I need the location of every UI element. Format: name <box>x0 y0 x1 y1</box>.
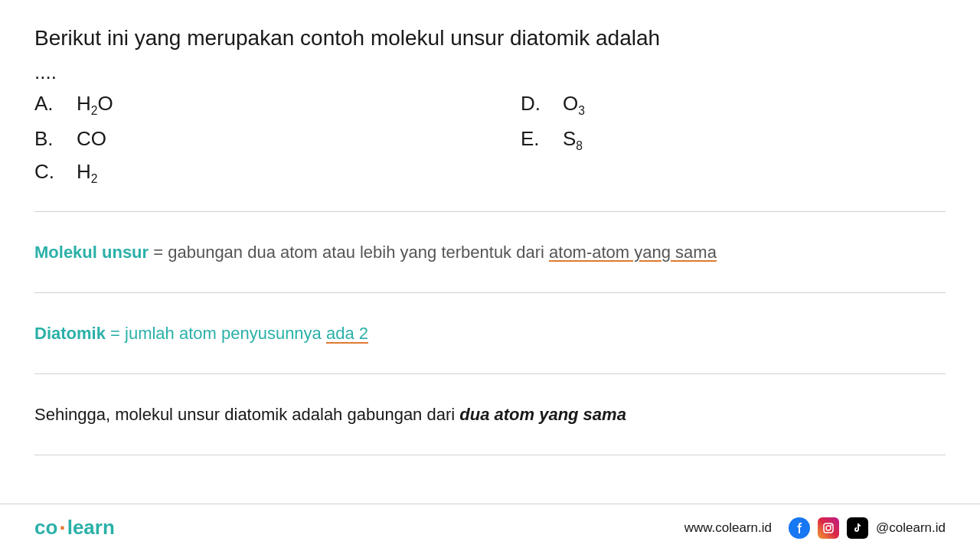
option-d: D. O3 <box>521 92 946 118</box>
molekul-unsur-definition: Molekul unsur = gabungan dua atom atau l… <box>34 226 946 279</box>
options-left: A. H2O B. CO C. H2 <box>34 92 490 195</box>
option-a-value: H2O <box>77 92 113 118</box>
diatomik-def: = jumlah atom penyusunnya <box>110 324 326 343</box>
divider-4 <box>34 455 946 455</box>
website-url: www.colearn.id <box>684 520 772 536</box>
dots: .... <box>34 60 946 84</box>
molekul-unsur-def: = gabungan dua atom atau lebih yang terb… <box>153 243 549 262</box>
logo: co · learn <box>34 516 115 540</box>
option-d-label: D. <box>521 92 563 116</box>
molekul-unsur-label: Molekul unsur <box>34 243 149 262</box>
option-e-value: S8 <box>563 127 583 153</box>
logo-co: co <box>34 516 57 540</box>
option-b-label: B. <box>34 127 77 151</box>
option-d-value: O3 <box>563 92 585 118</box>
diatomik-highlight: ada 2 <box>326 324 368 343</box>
tiktok-icon <box>847 517 868 539</box>
instagram-icon <box>818 517 839 539</box>
option-e: E. S8 <box>521 127 946 153</box>
option-b-value: CO <box>77 127 106 151</box>
divider-1 <box>34 211 946 212</box>
conclusion-prefix: Sehingga, molekul unsur diatomik adalah … <box>34 405 459 424</box>
diatomik-label: Diatomik <box>34 324 106 343</box>
svg-point-1 <box>826 526 831 530</box>
divider-3 <box>34 373 946 374</box>
question-text: Berikut ini yang merupakan contoh moleku… <box>34 23 946 53</box>
svg-point-2 <box>831 524 832 526</box>
footer: co · learn www.colearn.id <box>0 504 980 551</box>
options-right: D. O3 E. S8 <box>490 92 946 195</box>
conclusion: Sehingga, molekul unsur diatomik adalah … <box>34 388 946 441</box>
main-content: Berikut ini yang merupakan contoh moleku… <box>0 0 980 455</box>
divider-2 <box>34 292 946 293</box>
option-c-value: H2 <box>77 160 97 186</box>
social-handle: @colearn.id <box>876 520 946 536</box>
facebook-icon <box>789 517 810 539</box>
options-grid: A. H2O B. CO C. H2 D. O3 E. S8 <box>34 92 946 195</box>
molekul-unsur-highlight: atom-atom yang sama <box>549 243 717 262</box>
footer-right: www.colearn.id @colearn.id <box>684 517 946 539</box>
option-e-label: E. <box>521 127 563 151</box>
option-c: C. H2 <box>34 160 490 186</box>
diatomik-definition: Diatomik = jumlah atom penyusunnya ada 2 <box>34 307 946 360</box>
option-c-label: C. <box>34 160 77 184</box>
option-b: B. CO <box>34 127 490 151</box>
logo-dot: · <box>59 517 65 540</box>
option-a-label: A. <box>34 92 77 116</box>
logo-learn: learn <box>67 516 115 540</box>
social-icons: @colearn.id <box>789 517 946 539</box>
option-a: A. H2O <box>34 92 490 118</box>
conclusion-bold: dua atom yang sama <box>459 405 626 424</box>
